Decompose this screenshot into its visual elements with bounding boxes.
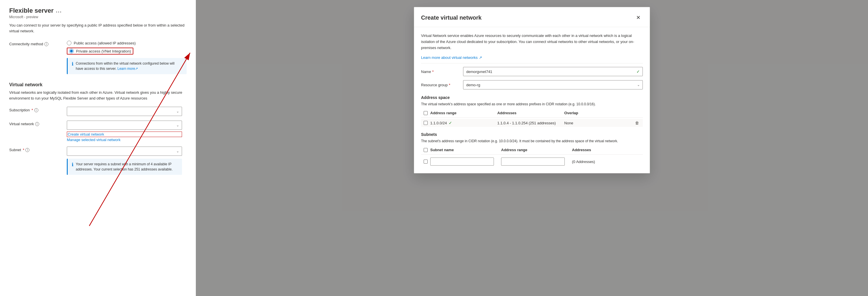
subnet-label: Subnet * i [9,146,67,152]
cidr-valid-icon: ✓ [449,120,452,125]
address-row-checkbox[interactable] [424,121,428,125]
dialog-description: Virtual Network service enables Azure re… [421,33,643,51]
private-access-option[interactable]: Private access (VNet Integration) [67,48,187,55]
subnets-table-row: (0 Addresses) [421,156,643,167]
name-valid-icon: ✓ [637,69,640,74]
private-access-border: Private access (VNet Integration) [67,48,133,55]
divider-1 [421,63,643,63]
dialog-resource-group-row: Resource group * demo-rg ⌄ [421,80,643,89]
address-addresses-cell: 1.1.0.4 - 1.1.0.254 (251 addresses) [497,121,564,125]
subnet-header-checkbox-cell [421,148,430,152]
subnet-info-box: ℹ Your server requires a subnet with a m… [67,159,182,175]
subnet-row-checkbox-cell [421,160,430,164]
address-col-range: Address range [430,111,497,115]
dialog-close-button[interactable]: ✕ [633,13,643,22]
left-panel: Flexible server ... Microsoft - preview … [0,0,196,296]
dialog-rg-label: Resource group * [421,83,459,87]
subnet-header-checkbox[interactable] [424,148,428,152]
vnet-info-icon[interactable]: i [35,122,39,126]
connectivity-method-row: Connectivity method i Public access (all… [9,41,187,74]
vnet-select-wrapper: ⌄ [67,120,182,130]
page-description: You can connect to your server by specif… [9,23,187,34]
dialog-header: Create virtual network ✕ [414,7,650,27]
info-box-text: Connections from within the virtual netw… [76,61,183,71]
public-access-option[interactable]: Public access (allowed IP addresses) [67,41,187,45]
subnet-info-text: Your server requires a subnet with a min… [76,162,178,172]
subnet-name-input[interactable] [430,158,494,166]
subnet-addresses-cell: (0 Addresses) [572,160,643,164]
subnet-col-name: Subnet name [430,148,501,152]
manage-vnet-link[interactable]: Manage selected virtual network [67,138,182,142]
connectivity-method-label: Connectivity method i [9,41,67,46]
page-title-dots: ... [56,8,62,14]
address-table-header: Address range Addresses Overlap [421,111,643,118]
dialog-name-input[interactable] [463,67,643,76]
subscription-select-wrapper: ⌄ [67,107,182,116]
address-space-desc: The virtual network's address space spec… [421,102,643,107]
page-title-text: Flexible server [9,7,54,15]
connectivity-info-box: ℹ Connections from within the virtual ne… [67,58,187,74]
address-col-addresses: Addresses [497,111,564,115]
address-range-cell: 1.1.0.0/24 ✓ [430,120,497,125]
dialog-rg-select[interactable]: demo-rg [463,80,643,89]
address-row-checkbox-cell [421,121,430,125]
subscription-row: Subscription * i ⌄ [9,107,187,116]
vnet-section-desc: Virtual networks are logically isolated … [9,90,187,101]
vnet-select-area: ⌄ Create virtual network Manage selected… [67,120,182,142]
address-header-checkbox-cell [421,111,430,115]
subnet-range-cell [501,158,572,166]
dialog-name-input-wrapper: ✓ [463,67,643,76]
delete-address-icon[interactable]: 🗑 [631,120,643,125]
external-link-icon: ↗ [479,55,482,60]
connectivity-info-icon[interactable]: i [44,42,49,46]
dialog-rg-select-wrapper: demo-rg ⌄ [463,80,643,89]
public-access-label: Public access (allowed IP addresses) [74,41,136,45]
vnet-section-title: Virtual network [9,82,187,87]
radio-group: Public access (allowed IP addresses) Pri… [67,41,187,55]
subscription-info-icon[interactable]: i [34,108,38,112]
address-col-overlap: Overlap [564,111,631,115]
connectivity-options: Public access (allowed IP addresses) Pri… [67,41,187,74]
page-title: Flexible server ... [9,7,187,15]
subnets-title: Subnets [421,132,643,137]
create-vnet-dialog: Create virtual network ✕ Virtual Network… [414,7,650,173]
vnet-select[interactable] [67,120,182,130]
subscription-select[interactable] [67,107,182,116]
subnet-row-checkbox[interactable] [424,160,428,164]
dialog-body: Virtual Network service enables Azure re… [414,27,650,173]
private-access-radio[interactable] [69,49,74,53]
info-box-icon: ℹ [72,61,73,66]
private-access-label: Private access (VNet Integration) [76,49,131,53]
virtual-network-row: Virtual network i ⌄ Create virtual netwo… [9,120,187,142]
address-overlap-cell: None [564,121,631,125]
subnet-name-cell [430,158,501,166]
address-space-title: Address space [421,95,643,100]
dialog-title: Create virtual network [421,15,482,21]
subnet-col-range: Address range [501,148,572,152]
vnet-links: Create virtual network Manage selected v… [67,132,182,142]
subnet-select-wrapper: ⌄ [67,146,182,156]
public-access-radio[interactable] [67,41,71,45]
address-table-row: 1.1.0.0/24 ✓ 1.1.0.4 - 1.1.0.254 (251 ad… [421,119,643,127]
connectivity-learn-more-link[interactable]: Learn more↗ [118,66,138,71]
subnet-select-area: ⌄ ℹ Your server requires a subnet with a… [67,146,182,175]
dialog-name-row: Name * ✓ [421,67,643,76]
dialog-name-label: Name * [421,70,459,74]
vnet-label: Virtual network i [9,120,67,126]
dialog-overlay: Create virtual network ✕ Virtual Network… [196,0,868,296]
subnet-info-icon-symbol: ℹ [72,162,73,167]
learn-more-vnet-link[interactable]: Learn more about virtual networks ↗ [421,55,482,60]
subnet-info-icon[interactable]: i [25,148,29,152]
subnets-desc: The subnet's address range in CIDR notat… [421,138,643,144]
subnet-range-input[interactable] [501,158,565,166]
page-subtitle: Microsoft - preview [9,15,187,19]
subnet-select[interactable] [67,146,182,156]
create-vnet-link[interactable]: Create virtual network [67,132,182,137]
subnet-row: Subnet * i ⌄ ℹ Your server requires a su… [9,146,187,175]
subnet-col-addresses: Addresses [572,148,643,152]
address-header-checkbox[interactable] [424,111,428,115]
subnets-table-header: Subnet name Address range Addresses [421,148,643,155]
subscription-label: Subscription * i [9,107,67,112]
